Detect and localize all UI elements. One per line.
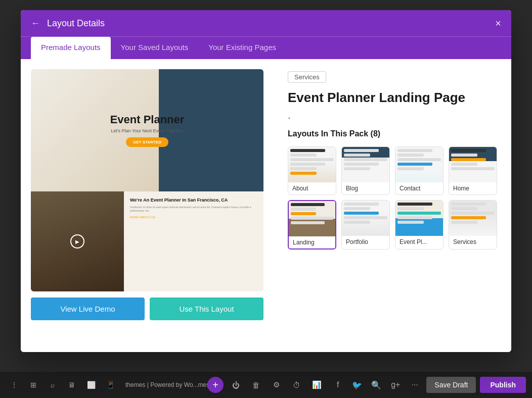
more-icon[interactable]: ··· <box>407 377 422 392</box>
tab-existing[interactable]: Your Existing Pages <box>198 37 286 59</box>
pack-label: Layouts In This Pack (8) <box>288 129 497 138</box>
thumb-blog-img <box>342 147 389 182</box>
thumb-contact-img <box>395 147 443 182</box>
ep-cta-button: GET STARTED <box>126 137 168 147</box>
ep-bottom: ▶ We're An Event Planner In San Francisc… <box>31 191 263 291</box>
thumb-event-img <box>395 201 443 236</box>
googleplus-icon[interactable]: g+ <box>388 377 403 392</box>
thumb-portfolio-img <box>342 201 389 236</box>
menu-icon[interactable]: ⋮ <box>6 377 22 393</box>
thumb-landing-img <box>289 201 335 236</box>
thumbnail-grid: About Blog <box>288 146 497 250</box>
tab-saved[interactable]: Your Saved Layouts <box>111 37 199 59</box>
thumb-contact-label: Contact <box>395 182 443 194</box>
publish-button[interactable]: Publish <box>480 377 526 393</box>
modal-body: Event Planner Let's Plan Your Next Event… <box>21 59 511 352</box>
use-layout-button[interactable]: Use This Layout <box>150 297 263 320</box>
thumb-portfolio[interactable]: Portfolio <box>341 200 390 250</box>
thumb-landing[interactable]: Landing <box>288 200 336 250</box>
thumb-home-img <box>449 147 497 182</box>
play-icon: ▶ <box>70 234 84 248</box>
ep-video-thumb: ▶ <box>31 191 124 291</box>
ep-link: MORE ABOUT US <box>130 216 257 219</box>
layout-details-modal: ← Layout Details × Premade Layouts Your … <box>21 10 511 352</box>
back-button[interactable]: ← <box>31 18 40 29</box>
toolbar-center: + ⏻ 🗑 ⚙ ⏱ 📊 <box>207 377 325 393</box>
ep-hero: Event Planner Let's Plan Your Next Event… <box>31 69 263 191</box>
mobile-icon[interactable]: 📱 <box>102 377 118 393</box>
tab-premade[interactable]: Premade Layouts <box>31 37 111 59</box>
search-circle-icon[interactable]: 🔍 <box>369 377 384 392</box>
thumb-about-label: About <box>288 182 336 194</box>
thumb-portfolio-label: Portfolio <box>342 236 389 248</box>
desktop-icon[interactable]: 🖥 <box>64 377 80 393</box>
settings-icon[interactable]: ⚙ <box>268 377 284 393</box>
tab-bar: Premade Layouts Your Saved Layouts Your … <box>21 36 511 59</box>
tablet-icon[interactable]: ⬜ <box>83 377 99 393</box>
ep-video-bg: ▶ <box>31 191 124 291</box>
thumb-contact[interactable]: Contact <box>395 146 444 195</box>
toolbar-right: f 🐦 🔍 g+ ··· Save Draft Publish <box>330 377 526 393</box>
modal-header: ← Layout Details × <box>21 10 511 36</box>
trash-icon[interactable]: 🗑 <box>248 377 264 393</box>
layout-separator: . <box>288 110 497 121</box>
thumb-event-label: Event Pl... <box>395 236 443 248</box>
search-icon[interactable]: ⌕ <box>45 377 61 393</box>
add-icon[interactable]: + <box>207 377 224 393</box>
thumb-home[interactable]: Home <box>449 146 497 195</box>
thumb-landing-label: Landing <box>289 236 335 248</box>
category-badge: Services <box>288 71 326 83</box>
ep-subtitle: Let's Plan Your Next Event Together <box>111 128 184 133</box>
thumb-services-label: Services <box>449 236 497 248</box>
ep-description: Vestibulum ac diam sit amet quam vehicul… <box>130 206 257 213</box>
grid-icon[interactable]: ⊞ <box>25 377 41 393</box>
save-draft-button[interactable]: Save Draft <box>426 377 476 393</box>
layout-title: Event Planner Landing Page <box>288 90 497 106</box>
thumb-about[interactable]: About <box>288 146 336 195</box>
thumb-services-img <box>449 201 497 236</box>
power-icon[interactable]: ⏻ <box>228 377 244 393</box>
thumb-blog[interactable]: Blog <box>341 146 390 195</box>
layout-preview: Event Planner Let's Plan Your Next Event… <box>31 69 263 291</box>
thumb-home-label: Home <box>449 182 497 194</box>
close-button[interactable]: × <box>495 18 501 29</box>
ep-heading: We're An Event Planner In San Francisco,… <box>130 197 257 204</box>
facebook-icon[interactable]: f <box>330 377 345 392</box>
modal-title: Layout Details <box>47 18 495 29</box>
stats-icon[interactable]: 📊 <box>308 377 325 393</box>
ep-title: Event Planner <box>110 114 185 126</box>
thumb-services[interactable]: Services <box>449 200 497 250</box>
thumb-about-img <box>288 147 336 182</box>
powered-by-text: themes | Powered by Wo...mes <box>125 381 209 388</box>
preview-actions: View Live Demo Use This Layout <box>31 297 263 320</box>
history-icon[interactable]: ⏱ <box>288 377 304 393</box>
thumb-blog-label: Blog <box>342 182 389 194</box>
preview-image: Event Planner Let's Plan Your Next Event… <box>31 69 263 291</box>
thumb-event[interactable]: Event Pl... <box>395 200 444 250</box>
twitter-icon[interactable]: 🐦 <box>349 377 365 392</box>
preview-panel: Event Planner Let's Plan Your Next Event… <box>21 59 274 352</box>
live-demo-button[interactable]: View Live Demo <box>31 297 145 320</box>
ep-content: We're An Event Planner In San Francisco,… <box>124 191 263 291</box>
info-panel: Services Event Planner Landing Page . La… <box>274 59 511 352</box>
bottom-toolbar: ⋮ ⊞ ⌕ 🖥 ⬜ 📱 themes | Powered by Wo...mes… <box>0 372 532 398</box>
